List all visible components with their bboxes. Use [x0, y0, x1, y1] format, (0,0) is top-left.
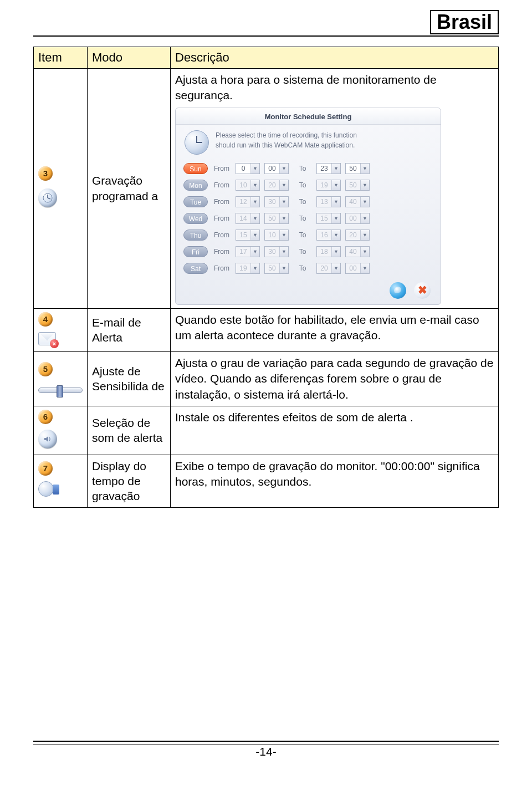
to-hour-combo[interactable]: 23▼ [316, 163, 341, 174]
to-label: To [293, 181, 312, 190]
from-hour-combo[interactable]: 10▼ [236, 180, 260, 191]
to-hour-combo[interactable]: 19▼ [316, 180, 341, 191]
page-footer: -14- [33, 741, 499, 758]
chevron-down-icon[interactable]: ▼ [360, 230, 369, 240]
chevron-down-icon[interactable]: ▼ [331, 247, 340, 257]
to-min-combo[interactable]: 50▼ [345, 163, 370, 174]
from-hour-combo[interactable]: 17▼ [236, 246, 260, 257]
from-label: From [212, 181, 231, 190]
from-hour-combo[interactable]: 12▼ [236, 196, 260, 207]
item-number-7: 7 [38, 461, 53, 476]
from-min-combo[interactable]: 10▼ [264, 230, 289, 241]
table-row: 7 Display do tempo de gravação Exibe o t… [34, 455, 499, 507]
from-label: From [212, 264, 231, 273]
chevron-down-icon[interactable]: ▼ [250, 230, 259, 240]
chevron-down-icon[interactable]: ▼ [331, 180, 340, 190]
from-min-combo[interactable]: 30▼ [264, 196, 289, 207]
chevron-down-icon[interactable]: ▼ [331, 164, 340, 174]
to-hour-combo[interactable]: 20▼ [316, 263, 341, 274]
chevron-down-icon[interactable]: ▼ [279, 263, 288, 273]
table-header-row: Item Modo Descrição [34, 47, 499, 68]
chevron-down-icon[interactable]: ▼ [279, 230, 288, 240]
chevron-down-icon[interactable]: ▼ [250, 180, 259, 190]
to-hour-combo[interactable]: 15▼ [316, 213, 341, 224]
table-row: 4 × E-mail de Alerta Quando este botão f… [34, 308, 499, 351]
chevron-down-icon[interactable]: ▼ [331, 197, 340, 207]
day-pill-sun[interactable]: Sun [183, 163, 208, 174]
desc-tempo-gravacao: Exibe o tempo de gravação do monitor. "0… [171, 455, 499, 507]
to-min-combo[interactable]: 00▼ [345, 263, 370, 274]
desc-som-alerta: Instale os diferentes efeitos de som de … [171, 406, 499, 455]
to-hour-combo[interactable]: 13▼ [316, 196, 341, 207]
chevron-down-icon[interactable]: ▼ [250, 263, 259, 273]
desc-email-alerta: Quando este botão for habilitado, ele en… [171, 308, 499, 351]
item-number-6: 6 [38, 410, 53, 424]
from-label: From [212, 214, 231, 223]
chevron-down-icon[interactable]: ▼ [279, 180, 288, 190]
from-min-combo[interactable]: 50▼ [264, 213, 289, 224]
to-label: To [293, 197, 312, 206]
chevron-down-icon[interactable]: ▼ [360, 180, 369, 190]
day-pill-tue[interactable]: Tue [183, 196, 208, 207]
email-alert-icon: × [38, 332, 56, 345]
from-hour-combo[interactable]: 14▼ [236, 213, 260, 224]
to-hour-combo[interactable]: 18▼ [316, 246, 341, 257]
to-min-combo[interactable]: 20▼ [345, 230, 370, 241]
th-modo: Modo [88, 47, 171, 68]
chevron-down-icon[interactable]: ▼ [331, 230, 340, 240]
chevron-down-icon[interactable]: ▼ [279, 164, 288, 174]
day-pill-mon[interactable]: Mon [183, 180, 208, 191]
from-label: From [212, 197, 231, 206]
chevron-down-icon[interactable]: ▼ [360, 164, 369, 174]
chevron-down-icon[interactable]: ▼ [250, 247, 259, 257]
to-hour-combo[interactable]: 16▼ [316, 230, 341, 241]
from-label: From [212, 231, 231, 239]
chevron-down-icon[interactable]: ▼ [250, 213, 259, 223]
day-pill-sat[interactable]: Sat [183, 263, 208, 274]
chevron-down-icon[interactable]: ▼ [331, 213, 340, 223]
from-hour-combo[interactable]: 15▼ [236, 230, 260, 241]
to-min-combo[interactable]: 50▼ [345, 180, 370, 191]
item-number-5: 5 [38, 362, 53, 376]
chevron-down-icon[interactable]: ▼ [250, 197, 259, 207]
schedule-row-mon: MonFrom10▼20▼To19▼50▼ [183, 177, 433, 193]
chevron-down-icon[interactable]: ▼ [250, 164, 259, 174]
table-row: 5 Ajuste de Sensibilida de Ajusta o grau… [34, 351, 499, 406]
clock-icon [38, 188, 57, 207]
table-row: 6 Seleção de som de alerta Instale os di… [34, 406, 499, 455]
chevron-down-icon[interactable]: ▼ [360, 197, 369, 207]
from-min-combo[interactable]: 00▼ [264, 163, 289, 174]
to-min-combo[interactable]: 40▼ [345, 246, 370, 257]
chevron-down-icon[interactable]: ▼ [279, 213, 288, 223]
day-pill-thu[interactable]: Thu [183, 230, 208, 241]
from-hour-combo[interactable]: 0▼ [236, 163, 260, 174]
schedule-row-tue: TueFrom12▼30▼To13▼40▼ [183, 193, 433, 210]
day-pill-wed[interactable]: Wed [183, 213, 208, 224]
schedule-row-sat: SatFrom19▼50▼To20▼00▼ [183, 260, 433, 277]
chevron-down-icon[interactable]: ▼ [279, 247, 288, 257]
item-number-3: 3 [38, 166, 53, 181]
schedule-ok-button[interactable] [390, 282, 406, 299]
from-label: From [212, 164, 231, 173]
to-min-combo[interactable]: 40▼ [345, 196, 370, 207]
chevron-down-icon[interactable]: ▼ [279, 197, 288, 207]
chevron-down-icon[interactable]: ▼ [331, 263, 340, 273]
to-label: To [293, 214, 312, 223]
from-min-combo[interactable]: 50▼ [264, 263, 289, 274]
chevron-down-icon[interactable]: ▼ [360, 263, 369, 273]
features-table: Item Modo Descrição 3 Gravação programad… [33, 47, 499, 508]
from-min-combo[interactable]: 30▼ [264, 246, 289, 257]
to-min-combo[interactable]: 00▼ [345, 213, 370, 224]
schedule-cancel-button[interactable]: ✖ [414, 282, 431, 299]
from-hour-combo[interactable]: 19▼ [236, 263, 260, 274]
speaker-icon [38, 430, 57, 448]
schedule-title: Monitor Schedule Setting [176, 108, 441, 125]
modo-email-alerta: E-mail de Alerta [88, 308, 171, 351]
th-descricao: Descrição [171, 47, 499, 68]
schedule-hint1: Please select the time of recording, thi… [216, 130, 357, 140]
chevron-down-icon[interactable]: ▼ [360, 213, 369, 223]
from-min-combo[interactable]: 20▼ [264, 180, 289, 191]
chevron-down-icon[interactable]: ▼ [360, 247, 369, 257]
to-label: To [293, 164, 312, 173]
day-pill-fri[interactable]: Fri [183, 246, 208, 257]
